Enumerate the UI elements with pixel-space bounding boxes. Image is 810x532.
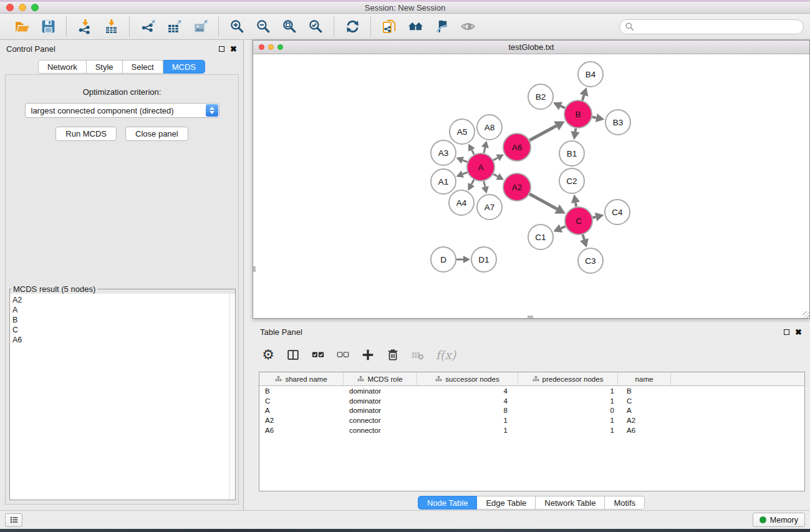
canvas-vscroll-thumb[interactable] [253,266,256,272]
search-field[interactable] [619,19,804,34]
cell-shared-name[interactable]: A2 [259,415,344,425]
tab-style[interactable]: Style [87,60,123,74]
column-header-shared-name[interactable]: shared name [259,372,344,385]
refresh-view-icon[interactable] [344,18,361,36]
tab-motifs[interactable]: Motifs [605,496,645,510]
criterion-select[interactable]: largest connected component (directed) [25,103,219,118]
edge-A-A5[interactable] [471,150,474,154]
mcds-result-item[interactable]: B [12,315,235,325]
unselect-all-icon[interactable] [334,346,352,364]
graph-node-A[interactable]: A [467,153,494,181]
table-row[interactable]: Cdominator41C [259,396,804,406]
edge-A-A3[interactable] [463,160,468,162]
mcds-result-item[interactable]: A2 [12,295,235,305]
edge-A-A2[interactable] [493,174,498,177]
graph-node-A1[interactable]: A1 [431,169,456,194]
edge-B-B2[interactable] [561,106,565,108]
list-scrollbar[interactable] [229,294,235,500]
zoom-in-icon[interactable] [228,18,246,36]
search-input[interactable] [637,22,798,31]
tab-select[interactable]: Select [123,60,163,74]
graph-node-C[interactable]: C [565,207,592,235]
edge-C-C3[interactable] [583,235,584,239]
edge-A-A8[interactable] [484,147,485,153]
gear-icon[interactable]: ⚙ [259,346,277,364]
cell-name[interactable]: A6 [618,425,671,435]
zoom-out-icon[interactable] [254,18,272,36]
cell-name[interactable]: B [618,386,671,396]
float-table-panel-icon[interactable] [784,329,789,335]
edge-A2-C[interactable] [529,194,557,209]
select-all-icon[interactable] [309,346,327,364]
cell-successor-nodes[interactable]: 8 [417,406,518,416]
export-network-icon[interactable] [139,18,157,36]
graph-node-A3[interactable]: A3 [431,140,456,165]
cell-predecessor-nodes[interactable]: 1 [518,415,618,425]
close-panel-button[interactable]: Close panel [125,127,188,141]
tab-network[interactable]: Network [38,60,87,74]
table-row[interactable]: Adominator80A [259,406,804,416]
edge-A-A1[interactable] [463,172,468,174]
cell-predecessor-nodes[interactable]: 1 [518,425,618,435]
mcds-result-list[interactable]: A2ABCA6 [10,294,235,500]
memory-button[interactable]: Memory [753,513,805,527]
graph-node-D[interactable]: D [431,247,456,272]
save-session-icon[interactable] [39,18,57,36]
column-header-MCDS-role[interactable]: MCDS role [344,372,417,385]
graph-node-A5[interactable]: A5 [450,119,475,144]
tab-network-table[interactable]: Network Table [536,496,605,510]
cell-predecessor-nodes[interactable]: 1 [518,396,618,406]
edge-A6-B[interactable] [529,126,556,140]
edge-B-B3[interactable] [592,117,597,118]
duplicate-network-icon[interactable] [380,18,398,36]
mcds-result-item[interactable]: C [12,325,235,335]
tab-edge-table[interactable]: Edge Table [477,496,536,510]
graph-node-B[interactable]: B [564,100,592,128]
add-icon[interactable] [359,346,377,364]
run-mcds-button[interactable]: Run MCDS [55,127,117,141]
zoom-fit-icon[interactable] [281,18,298,36]
mcds-result-item[interactable]: A [12,305,235,315]
cell-shared-name[interactable]: A [259,406,344,416]
graph-node-A7[interactable]: A7 [477,195,502,220]
graph-node-C2[interactable]: C2 [559,168,584,193]
column-header-successor-nodes[interactable]: successor nodes [417,372,518,385]
column-header-predecessor-nodes[interactable]: predecessor nodes [518,372,618,385]
graph-node-B4[interactable]: B4 [578,62,603,87]
close-panel-icon[interactable]: ✖ [230,45,237,53]
delete-icon[interactable] [383,346,402,364]
cell-MCDS-role[interactable]: connector [344,415,417,425]
graph-node-A8[interactable]: A8 [477,115,502,140]
cell-MCDS-role[interactable]: dominator [344,396,417,406]
edge-B-B4[interactable] [582,95,584,100]
network-canvas[interactable]: B4B2BB3A8A5A6A3B1AA1C2A2A4A7C4CC1C3DD1 [253,54,809,318]
mcds-result-item[interactable]: A6 [12,335,235,345]
close-table-panel-icon[interactable]: ✖ [795,328,802,336]
cell-successor-nodes[interactable]: 1 [417,415,518,425]
graph-node-A4[interactable]: A4 [449,190,474,215]
cell-shared-name[interactable]: B [259,386,344,396]
cell-shared-name[interactable]: C [259,396,344,406]
import-network-icon[interactable] [76,18,94,36]
edge-C-C4[interactable] [592,217,595,218]
float-panel-icon[interactable] [219,46,224,52]
edge-A-A6[interactable] [493,158,498,160]
import-table-icon[interactable] [102,18,120,36]
table-row[interactable]: A2connector11A2 [259,415,804,425]
cell-shared-name[interactable]: A6 [259,425,344,435]
cell-MCDS-role[interactable]: dominator [344,406,417,416]
cell-name[interactable]: A [618,406,671,416]
edge-C-C1[interactable] [561,226,565,228]
graph-node-B1[interactable]: B1 [559,141,584,166]
cell-predecessor-nodes[interactable]: 0 [518,406,618,416]
cell-successor-nodes[interactable]: 1 [417,425,518,435]
export-table-icon[interactable] [165,18,183,36]
graph-node-B2[interactable]: B2 [528,84,553,109]
zoom-selected-icon[interactable] [307,18,324,36]
home-icon[interactable] [407,18,424,36]
graph-node-C3[interactable]: C3 [578,248,603,273]
cell-successor-nodes[interactable]: 4 [417,386,518,396]
edge-A-A7[interactable] [484,181,485,186]
annotation-icon[interactable] [433,18,450,36]
columns-icon[interactable] [284,346,302,364]
